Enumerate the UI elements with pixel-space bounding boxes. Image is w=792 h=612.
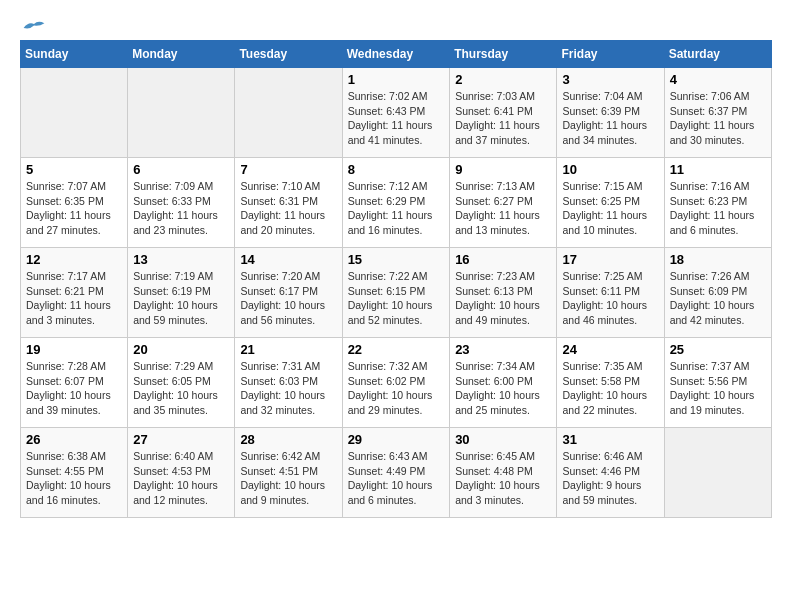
day-number: 4 — [670, 72, 766, 87]
day-cell: 21Sunrise: 7:31 AM Sunset: 6:03 PM Dayli… — [235, 338, 342, 428]
day-cell: 25Sunrise: 7:37 AM Sunset: 5:56 PM Dayli… — [664, 338, 771, 428]
day-info: Sunrise: 7:34 AM Sunset: 6:00 PM Dayligh… — [455, 359, 551, 418]
day-info: Sunrise: 7:28 AM Sunset: 6:07 PM Dayligh… — [26, 359, 122, 418]
day-number: 14 — [240, 252, 336, 267]
day-info: Sunrise: 7:09 AM Sunset: 6:33 PM Dayligh… — [133, 179, 229, 238]
day-number: 26 — [26, 432, 122, 447]
day-cell: 22Sunrise: 7:32 AM Sunset: 6:02 PM Dayli… — [342, 338, 450, 428]
day-info: Sunrise: 7:12 AM Sunset: 6:29 PM Dayligh… — [348, 179, 445, 238]
day-number: 13 — [133, 252, 229, 267]
day-info: Sunrise: 6:46 AM Sunset: 4:46 PM Dayligh… — [562, 449, 658, 508]
day-number: 7 — [240, 162, 336, 177]
day-cell: 12Sunrise: 7:17 AM Sunset: 6:21 PM Dayli… — [21, 248, 128, 338]
day-cell: 26Sunrise: 6:38 AM Sunset: 4:55 PM Dayli… — [21, 428, 128, 518]
day-number: 5 — [26, 162, 122, 177]
day-cell: 5Sunrise: 7:07 AM Sunset: 6:35 PM Daylig… — [21, 158, 128, 248]
header-thursday: Thursday — [450, 41, 557, 68]
day-info: Sunrise: 7:20 AM Sunset: 6:17 PM Dayligh… — [240, 269, 336, 328]
day-cell: 11Sunrise: 7:16 AM Sunset: 6:23 PM Dayli… — [664, 158, 771, 248]
day-number: 23 — [455, 342, 551, 357]
day-info: Sunrise: 7:37 AM Sunset: 5:56 PM Dayligh… — [670, 359, 766, 418]
logo-bird-icon — [22, 20, 46, 36]
day-cell: 14Sunrise: 7:20 AM Sunset: 6:17 PM Dayli… — [235, 248, 342, 338]
day-number: 1 — [348, 72, 445, 87]
day-info: Sunrise: 7:03 AM Sunset: 6:41 PM Dayligh… — [455, 89, 551, 148]
day-cell: 9Sunrise: 7:13 AM Sunset: 6:27 PM Daylig… — [450, 158, 557, 248]
day-number: 25 — [670, 342, 766, 357]
day-number: 10 — [562, 162, 658, 177]
day-info: Sunrise: 7:25 AM Sunset: 6:11 PM Dayligh… — [562, 269, 658, 328]
day-info: Sunrise: 7:07 AM Sunset: 6:35 PM Dayligh… — [26, 179, 122, 238]
day-cell: 16Sunrise: 7:23 AM Sunset: 6:13 PM Dayli… — [450, 248, 557, 338]
day-cell: 18Sunrise: 7:26 AM Sunset: 6:09 PM Dayli… — [664, 248, 771, 338]
day-cell: 6Sunrise: 7:09 AM Sunset: 6:33 PM Daylig… — [128, 158, 235, 248]
day-info: Sunrise: 6:42 AM Sunset: 4:51 PM Dayligh… — [240, 449, 336, 508]
day-info: Sunrise: 7:02 AM Sunset: 6:43 PM Dayligh… — [348, 89, 445, 148]
day-cell: 17Sunrise: 7:25 AM Sunset: 6:11 PM Dayli… — [557, 248, 664, 338]
header-tuesday: Tuesday — [235, 41, 342, 68]
header-wednesday: Wednesday — [342, 41, 450, 68]
day-info: Sunrise: 7:13 AM Sunset: 6:27 PM Dayligh… — [455, 179, 551, 238]
day-number: 28 — [240, 432, 336, 447]
day-info: Sunrise: 7:15 AM Sunset: 6:25 PM Dayligh… — [562, 179, 658, 238]
day-number: 3 — [562, 72, 658, 87]
day-number: 21 — [240, 342, 336, 357]
day-info: Sunrise: 7:17 AM Sunset: 6:21 PM Dayligh… — [26, 269, 122, 328]
week-row-5: 26Sunrise: 6:38 AM Sunset: 4:55 PM Dayli… — [21, 428, 772, 518]
day-info: Sunrise: 7:26 AM Sunset: 6:09 PM Dayligh… — [670, 269, 766, 328]
calendar-table: SundayMondayTuesdayWednesdayThursdayFrid… — [20, 40, 772, 518]
logo — [20, 20, 46, 30]
day-cell — [128, 68, 235, 158]
day-cell: 24Sunrise: 7:35 AM Sunset: 5:58 PM Dayli… — [557, 338, 664, 428]
day-number: 11 — [670, 162, 766, 177]
day-number: 31 — [562, 432, 658, 447]
week-row-1: 1Sunrise: 7:02 AM Sunset: 6:43 PM Daylig… — [21, 68, 772, 158]
day-info: Sunrise: 6:40 AM Sunset: 4:53 PM Dayligh… — [133, 449, 229, 508]
day-number: 9 — [455, 162, 551, 177]
day-info: Sunrise: 7:23 AM Sunset: 6:13 PM Dayligh… — [455, 269, 551, 328]
day-number: 12 — [26, 252, 122, 267]
day-cell: 31Sunrise: 6:46 AM Sunset: 4:46 PM Dayli… — [557, 428, 664, 518]
day-cell — [21, 68, 128, 158]
day-info: Sunrise: 6:43 AM Sunset: 4:49 PM Dayligh… — [348, 449, 445, 508]
week-row-2: 5Sunrise: 7:07 AM Sunset: 6:35 PM Daylig… — [21, 158, 772, 248]
header-sunday: Sunday — [21, 41, 128, 68]
day-cell: 29Sunrise: 6:43 AM Sunset: 4:49 PM Dayli… — [342, 428, 450, 518]
header-saturday: Saturday — [664, 41, 771, 68]
day-cell: 30Sunrise: 6:45 AM Sunset: 4:48 PM Dayli… — [450, 428, 557, 518]
day-info: Sunrise: 7:29 AM Sunset: 6:05 PM Dayligh… — [133, 359, 229, 418]
day-cell: 7Sunrise: 7:10 AM Sunset: 6:31 PM Daylig… — [235, 158, 342, 248]
header-friday: Friday — [557, 41, 664, 68]
day-info: Sunrise: 7:10 AM Sunset: 6:31 PM Dayligh… — [240, 179, 336, 238]
day-cell: 13Sunrise: 7:19 AM Sunset: 6:19 PM Dayli… — [128, 248, 235, 338]
day-cell: 10Sunrise: 7:15 AM Sunset: 6:25 PM Dayli… — [557, 158, 664, 248]
day-info: Sunrise: 7:16 AM Sunset: 6:23 PM Dayligh… — [670, 179, 766, 238]
day-info: Sunrise: 7:35 AM Sunset: 5:58 PM Dayligh… — [562, 359, 658, 418]
day-info: Sunrise: 7:04 AM Sunset: 6:39 PM Dayligh… — [562, 89, 658, 148]
day-cell: 15Sunrise: 7:22 AM Sunset: 6:15 PM Dayli… — [342, 248, 450, 338]
day-cell — [235, 68, 342, 158]
header-monday: Monday — [128, 41, 235, 68]
day-number: 8 — [348, 162, 445, 177]
day-cell: 8Sunrise: 7:12 AM Sunset: 6:29 PM Daylig… — [342, 158, 450, 248]
day-number: 30 — [455, 432, 551, 447]
day-cell: 20Sunrise: 7:29 AM Sunset: 6:05 PM Dayli… — [128, 338, 235, 428]
day-number: 15 — [348, 252, 445, 267]
day-number: 16 — [455, 252, 551, 267]
day-info: Sunrise: 7:06 AM Sunset: 6:37 PM Dayligh… — [670, 89, 766, 148]
day-number: 18 — [670, 252, 766, 267]
day-cell: 23Sunrise: 7:34 AM Sunset: 6:00 PM Dayli… — [450, 338, 557, 428]
week-row-3: 12Sunrise: 7:17 AM Sunset: 6:21 PM Dayli… — [21, 248, 772, 338]
day-cell: 19Sunrise: 7:28 AM Sunset: 6:07 PM Dayli… — [21, 338, 128, 428]
day-number: 20 — [133, 342, 229, 357]
day-info: Sunrise: 7:31 AM Sunset: 6:03 PM Dayligh… — [240, 359, 336, 418]
day-number: 6 — [133, 162, 229, 177]
day-info: Sunrise: 7:22 AM Sunset: 6:15 PM Dayligh… — [348, 269, 445, 328]
day-cell: 4Sunrise: 7:06 AM Sunset: 6:37 PM Daylig… — [664, 68, 771, 158]
week-row-4: 19Sunrise: 7:28 AM Sunset: 6:07 PM Dayli… — [21, 338, 772, 428]
page-header — [20, 20, 772, 30]
day-number: 2 — [455, 72, 551, 87]
day-number: 22 — [348, 342, 445, 357]
day-info: Sunrise: 6:38 AM Sunset: 4:55 PM Dayligh… — [26, 449, 122, 508]
day-number: 17 — [562, 252, 658, 267]
